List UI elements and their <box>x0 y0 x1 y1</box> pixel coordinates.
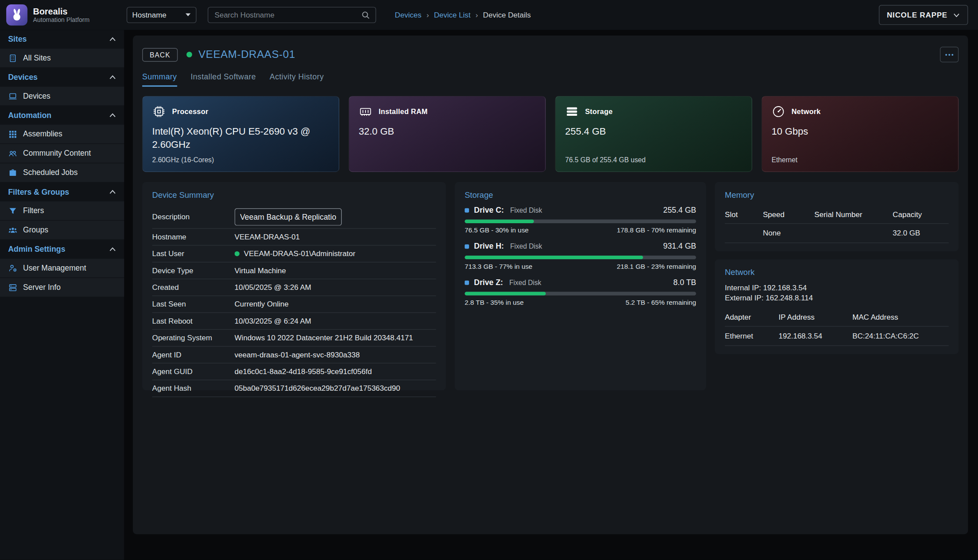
cell-ip: 192.168.3.54 <box>778 332 852 341</box>
sidebar-section-filters-groups[interactable]: Filters & Groups <box>0 183 124 202</box>
table-row: Description <box>152 206 436 229</box>
stat-cards: Processor Intel(R) Xeon(R) CPU E5-2690 v… <box>142 96 959 172</box>
device-title: VEEAM-DRAAS-01 <box>198 48 295 61</box>
cell-adapter: Ethernet <box>725 332 778 341</box>
chevron-down-icon <box>953 13 960 17</box>
breadcrumb-device-list[interactable]: Device List <box>434 11 470 19</box>
storage-icon <box>565 105 579 118</box>
row-label: Last User <box>152 250 235 258</box>
drive-usage-bar <box>465 256 696 260</box>
sidebar-section-sites[interactable]: Sites <box>0 30 124 49</box>
memory-table-header: Slot Speed Serial Number Capacity <box>725 206 949 224</box>
row-label: Last Seen <box>152 300 235 309</box>
table-row: Ethernet 192.168.3.54 BC:24:11:CA:C6:2C <box>725 327 949 346</box>
more-actions-button[interactable] <box>940 47 959 63</box>
table-row: Hostname VEEAM-DRAAS-01 <box>152 229 436 246</box>
section-label: Sites <box>8 35 26 44</box>
section-label: Filters & Groups <box>8 188 69 196</box>
memory-panel-title: Memory <box>725 190 949 200</box>
drive-remaining-text: 5.2 TB - 65% remaining <box>626 299 696 306</box>
card-subtext: 2.60GHz (16-Cores) <box>152 156 330 163</box>
tab-installed-software[interactable]: Installed Software <box>190 72 256 87</box>
drive-bullet <box>465 244 469 249</box>
sidebar-item-scheduled-jobs[interactable]: Scheduled Jobs <box>0 163 124 182</box>
user-menu-button[interactable]: NICOLE RAPPE <box>879 5 968 25</box>
server-icon <box>8 283 17 292</box>
sidebar-item-user-management[interactable]: User Management <box>0 259 124 278</box>
section-label: Devices <box>8 73 37 82</box>
sidebar-item-devices[interactable]: Devices <box>0 87 124 106</box>
breadcrumb-devices[interactable]: Devices <box>395 11 422 19</box>
table-row: Last Reboot 10/03/2025 @ 6:24 AM <box>152 313 436 330</box>
cell-capacity: 32.0 GB <box>893 229 949 238</box>
sidebar-section-automation[interactable]: Automation <box>0 106 124 125</box>
col-header: IP Address <box>778 313 852 322</box>
user-gear-icon <box>8 264 17 273</box>
sidebar-item-server-info[interactable]: Server Info <box>0 278 124 297</box>
card-value: Intel(R) Xeon(R) CPU E5-2690 v3 @ 2.60GH… <box>152 125 330 151</box>
breadcrumb: Devices › Device List › Device Details <box>395 11 531 19</box>
card-title: Storage <box>585 108 613 115</box>
description-input[interactable] <box>235 208 342 226</box>
table-row: Last User VEEAM-DRAAS-01\Administrator <box>152 246 436 262</box>
tab-summary[interactable]: Summary <box>142 72 177 87</box>
card-subtext: 76.5 GB of 255.4 GB used <box>565 156 742 163</box>
filter-icon <box>8 206 17 215</box>
row-value: 10/03/2025 @ 6:24 AM <box>235 317 312 325</box>
caret-down-icon <box>185 13 191 17</box>
drive-type: Fixed Disk <box>509 278 541 286</box>
tab-activity-history[interactable]: Activity History <box>270 72 324 87</box>
col-header: MAC Address <box>853 313 949 322</box>
sidebar-item-groups[interactable]: Groups <box>0 221 124 239</box>
sidebar-section-admin-settings[interactable]: Admin Settings <box>0 240 124 259</box>
col-header: Slot <box>725 210 763 219</box>
main-content: BACK VEEAM-DRAAS-01 Summary Installed So… <box>124 30 978 560</box>
drive-used-text: 2.8 TB - 35% in use <box>465 299 524 306</box>
table-row: Agent Hash 05ba0e7935171d626ecea29b27d7a… <box>152 380 436 397</box>
sidebar-item-assemblies[interactable]: Assemblies <box>0 125 124 143</box>
chevron-up-icon <box>109 113 116 118</box>
brand-text: Borealis Automation Platform <box>33 6 90 24</box>
hostname-filter-dropdown[interactable]: Hostname <box>127 7 197 23</box>
storage-card: Storage 255.4 GB 76.5 GB of 255.4 GB use… <box>555 96 752 172</box>
card-title: Network <box>792 108 821 115</box>
drive-size: 255.4 GB <box>663 206 696 214</box>
search-icon[interactable] <box>361 10 370 19</box>
detail-columns: Device Summary Description Hostname VEEA… <box>142 182 959 390</box>
sidebar-item-community-content[interactable]: Community Content <box>0 144 124 163</box>
section-label: Admin Settings <box>8 245 65 254</box>
row-value: de16c0c1-8aa2-4d18-9585-9ce91cf056fd <box>235 367 372 376</box>
user-name-label: NICOLE RAPPE <box>887 11 947 19</box>
sidebar-item-label: User Management <box>23 264 86 272</box>
drive-z-block: Drive Z: Fixed Disk 8.0 TB 2.8 TB - 35% … <box>465 278 696 306</box>
sidebar-item-all-sites[interactable]: All Sites <box>0 49 124 68</box>
drive-type: Fixed Disk <box>510 243 542 250</box>
app-viewport: Borealis Automation Platform Hostname De… <box>0 0 978 560</box>
devices-icon <box>8 91 17 100</box>
ip-info: Internal IP: 192.168.3.54 External IP: 1… <box>725 283 949 303</box>
search-box <box>208 7 376 23</box>
building-icon <box>8 54 17 63</box>
cell-speed: None <box>763 229 814 238</box>
row-value: Windows 10 2022 Datacenter 21H2 Build 20… <box>235 334 413 342</box>
sidebar-section-devices[interactable]: Devices <box>0 68 124 87</box>
chevron-up-icon <box>109 75 116 80</box>
chevron-up-icon <box>109 37 116 42</box>
drive-usage-fill <box>465 256 643 260</box>
chevron-up-icon <box>109 247 116 252</box>
card-value: 32.0 GB <box>358 125 536 139</box>
search-input[interactable] <box>213 10 361 20</box>
drive-name: Drive Z: <box>474 278 503 287</box>
drive-usage-fill <box>465 292 546 296</box>
device-summary-title: Device Summary <box>152 190 436 200</box>
back-button[interactable]: BACK <box>142 48 178 61</box>
drive-bullet <box>465 280 469 285</box>
card-title: Processor <box>172 108 208 115</box>
col-header: Serial Number <box>814 210 893 219</box>
sidebar-item-label: Devices <box>23 92 50 100</box>
sidebar-item-filters[interactable]: Filters <box>0 201 124 220</box>
device-summary-panel: Device Summary Description Hostname VEEA… <box>142 182 446 390</box>
rabbit-icon <box>9 7 24 22</box>
network-panel-title: Network <box>725 268 949 277</box>
row-label: Agent Hash <box>152 384 235 393</box>
